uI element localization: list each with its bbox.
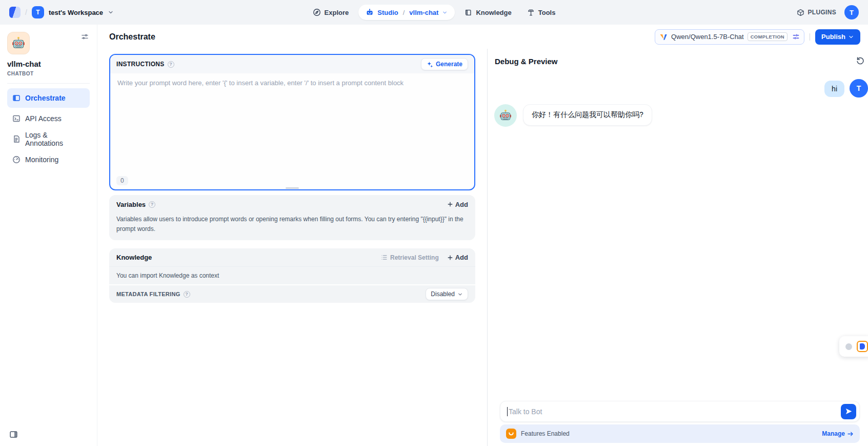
add-variable-button[interactable]: Add: [447, 201, 468, 208]
tab-knowledge[interactable]: Knowledge: [459, 5, 517, 20]
tab-explore-label: Explore: [325, 9, 349, 16]
sidebar-item-label: Logs & Annotations: [25, 131, 85, 147]
floating-widget[interactable]: [839, 336, 868, 357]
chevron-down-icon[interactable]: [442, 10, 448, 15]
tab-explore[interactable]: Explore: [307, 5, 355, 20]
retrieval-setting-label: Retrieval Setting: [390, 254, 439, 261]
metadata-filtering-row: METADATA FILTERING ? Disabled: [109, 284, 475, 303]
debug-preview-title: Debug & Preview: [495, 57, 558, 66]
app-sidebar: vllm-chat CHATBOT Orchestrate API Access: [0, 25, 97, 446]
variables-panel: Variables ? Add Variables allow users to…: [109, 195, 475, 240]
terminal-icon: [12, 114, 21, 123]
retrieval-setting-icon: [381, 254, 388, 261]
sidebar-item-api-access[interactable]: API Access: [7, 109, 90, 128]
app-settings-icon[interactable]: [80, 32, 90, 42]
resize-handle[interactable]: [286, 187, 299, 189]
user-chat-avatar: T: [850, 79, 868, 98]
model-parameters-icon[interactable]: [792, 33, 800, 41]
hammer-icon: [527, 9, 535, 16]
main-nav: Explore Studio / vllm-chat Knowledge: [307, 0, 561, 25]
generate-button[interactable]: Generate: [421, 58, 468, 70]
chat-input[interactable]: Talk to Bot: [500, 401, 860, 422]
chat-message-list: hi T: [488, 66, 868, 127]
studio-app-name: vllm-chat: [409, 9, 438, 16]
add-knowledge-button[interactable]: Add: [447, 254, 468, 261]
knowledge-description: You can import Knowledge as context: [109, 267, 475, 284]
book-icon: [465, 9, 472, 16]
chat-message-bot: 你好！有什么问题我可以帮助你吗?: [494, 104, 868, 127]
help-icon[interactable]: ?: [168, 61, 174, 68]
knowledge-panel: Knowledge Retrieval Setting: [109, 248, 475, 303]
send-button[interactable]: [841, 404, 856, 419]
gauge-icon: [12, 156, 21, 164]
retrieval-setting-button[interactable]: Retrieval Setting: [381, 254, 439, 261]
help-icon[interactable]: ?: [149, 201, 155, 208]
bot-message-bubble: 你好！有什么问题我可以帮助你吗?: [523, 104, 652, 126]
app-window: / T test's Workspace Explore Studio / vl…: [0, 0, 868, 446]
sidebar-item-orchestrate[interactable]: Orchestrate: [7, 88, 90, 108]
send-icon: [845, 408, 853, 415]
plugins-button[interactable]: PLUGINS: [797, 9, 836, 16]
knowledge-title: Knowledge: [116, 254, 152, 261]
chat-input-placeholder: Talk to Bot: [509, 408, 841, 416]
sidebar-item-logs-annotations[interactable]: Logs & Annotations: [7, 129, 90, 149]
app-avatar[interactable]: [7, 32, 30, 54]
features-label: Features Enabled: [521, 430, 570, 437]
widget-logo-icon: [857, 341, 868, 352]
plugins-cube-icon: [797, 9, 804, 16]
tab-studio[interactable]: Studio / vllm-chat: [358, 5, 455, 20]
chevron-down-icon: [848, 34, 854, 40]
sparkles-icon: [427, 61, 433, 68]
workspace-name[interactable]: test's Workspace: [49, 9, 103, 16]
breadcrumb-separator: /: [25, 8, 27, 16]
arrow-right-icon: [847, 431, 854, 437]
tab-tools[interactable]: Tools: [521, 5, 561, 20]
instructions-textarea[interactable]: [110, 73, 474, 171]
logs-icon: [12, 135, 21, 143]
debug-preview-panel: Debug & Preview hi T: [488, 49, 868, 446]
add-label: Add: [455, 201, 468, 208]
vllm-logo-icon: [659, 33, 668, 41]
orchestrate-config-panel: INSTRUCTIONS ? Generate 0: [97, 49, 488, 446]
help-icon[interactable]: ?: [184, 291, 190, 298]
plus-icon: [447, 255, 453, 261]
user-avatar[interactable]: T: [844, 5, 859, 20]
model-selector[interactable]: Qwen/Qwen1.5-7B-Chat COMPLETION: [655, 29, 804, 45]
metadata-filtering-select[interactable]: Disabled: [426, 288, 468, 300]
instructions-title: INSTRUCTIONS: [116, 61, 165, 68]
orchestrate-icon: [12, 94, 21, 102]
publish-button[interactable]: Publish: [815, 29, 860, 45]
sidebar-divider: [7, 83, 90, 84]
collapse-sidebar-icon[interactable]: [9, 430, 18, 439]
chevron-down-icon: [457, 292, 463, 297]
generate-label: Generate: [436, 61, 462, 68]
robot-emoji-icon: [499, 109, 512, 122]
drag-dot-icon: [845, 343, 852, 350]
add-label: Add: [455, 254, 468, 261]
tab-knowledge-label: Knowledge: [476, 9, 511, 16]
sidebar-item-monitoring[interactable]: Monitoring: [7, 150, 90, 169]
dify-logo[interactable]: [9, 7, 21, 18]
plus-icon: [447, 201, 453, 207]
restart-conversation-icon[interactable]: [856, 56, 865, 65]
workspace-badge[interactable]: T: [32, 6, 44, 18]
bot-chat-avatar: [494, 104, 517, 127]
header-divider: [810, 33, 810, 41]
app-type-label: CHATBOT: [7, 71, 90, 76]
manage-features-link[interactable]: Manage: [822, 430, 854, 437]
app-name: vllm-chat: [7, 60, 90, 68]
page-title: Orchestrate: [109, 32, 155, 42]
publish-label: Publish: [821, 33, 845, 41]
chevron-down-icon[interactable]: [108, 9, 114, 15]
char-count-badge: 0: [116, 176, 128, 185]
workspace-area: / T test's Workspace: [9, 6, 114, 18]
instructions-panel: INSTRUCTIONS ? Generate 0: [109, 54, 475, 190]
metadata-filtering-title: METADATA FILTERING: [116, 291, 180, 297]
features-icon: [506, 429, 516, 439]
top-navbar: / T test's Workspace Explore Studio / vl…: [0, 0, 868, 25]
model-name: Qwen/Qwen1.5-7B-Chat: [671, 33, 744, 41]
chat-message-user: hi T: [494, 79, 868, 98]
robot-icon: [366, 8, 374, 16]
tab-studio-label: Studio: [377, 9, 398, 16]
sidebar-item-label: Orchestrate: [25, 94, 66, 102]
